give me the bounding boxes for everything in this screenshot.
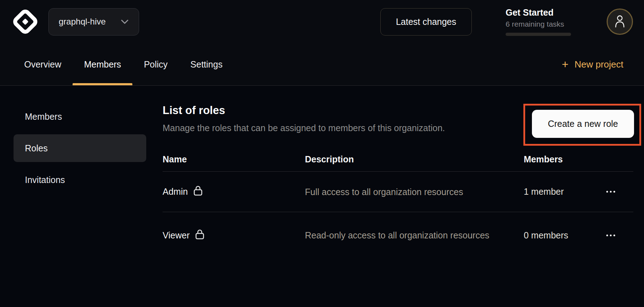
lock-icon (194, 185, 202, 198)
tab-overview[interactable]: Overview (13, 43, 73, 85)
tab-settings-label: Settings (190, 59, 222, 70)
plus-icon: + (562, 59, 569, 70)
table-row-viewer: Viewer Read-only access to all organizat… (163, 212, 633, 258)
content-area: Members Roles Invitations List of roles … (0, 86, 644, 307)
org-selector-label: graphql-hive (59, 17, 106, 27)
role-name: Admin (163, 187, 188, 197)
new-project-button[interactable]: + New project (562, 59, 623, 70)
column-header-members: Members (524, 154, 606, 165)
org-selector[interactable]: graphql-hive (48, 8, 139, 36)
user-avatar-button[interactable] (607, 9, 633, 35)
row-more-actions-button[interactable] (606, 184, 623, 200)
get-started-subtitle: 6 remaining tasks (506, 20, 571, 28)
tab-members[interactable]: Members (73, 43, 132, 85)
tab-overview-label: Overview (24, 59, 61, 70)
role-description: Read-only access to all organization res… (305, 228, 490, 242)
sidebar-item-members-label: Members (25, 112, 62, 122)
tab-settings[interactable]: Settings (179, 43, 234, 85)
annotation-highlight-box: Create a new role (523, 104, 641, 146)
tab-members-label: Members (84, 59, 121, 70)
column-header-name: Name (163, 154, 305, 165)
sidebar-item-roles[interactable]: Roles (14, 134, 146, 162)
table-header-row: Name Description Members (163, 147, 633, 172)
lock-icon (195, 229, 204, 242)
sidebar-item-members[interactable]: Members (14, 103, 146, 130)
get-started-progress-bar (506, 33, 571, 36)
role-members-count: 0 members (524, 230, 606, 241)
role-name: Viewer (163, 230, 190, 241)
role-description: Full access to all organization resource… (305, 185, 490, 199)
new-project-label: New project (575, 59, 623, 70)
column-header-description: Description (305, 154, 524, 165)
sidebar-item-roles-label: Roles (25, 143, 48, 154)
role-name-cell: Admin (163, 185, 305, 198)
role-members-count: 1 member (524, 187, 606, 197)
chevron-down-icon (121, 17, 129, 27)
role-name-cell: Viewer (163, 229, 305, 242)
create-new-role-button[interactable]: Create a new role (532, 110, 634, 138)
sidebar-item-invitations-label: Invitations (25, 175, 65, 185)
top-bar: graphql-hive Latest changes Get Started … (0, 0, 644, 43)
get-started-title: Get Started (506, 7, 571, 18)
tab-policy[interactable]: Policy (132, 43, 179, 85)
ellipsis-icon (606, 235, 608, 236)
ellipsis-icon (606, 191, 608, 193)
org-tabs: Overview Members Policy Settings + New p… (0, 43, 644, 85)
get-started-panel[interactable]: Get Started 6 remaining tasks (506, 7, 571, 36)
members-sidebar: Members Roles Invitations (0, 86, 146, 307)
user-icon (614, 14, 625, 29)
roles-table: Name Description Members Admin Full acc (163, 147, 633, 258)
sidebar-item-invitations[interactable]: Invitations (14, 166, 146, 194)
table-row-admin: Admin Full access to all organization re… (163, 172, 633, 212)
latest-changes-button[interactable]: Latest changes (380, 8, 472, 36)
roles-main-panel: List of roles Manage the roles that can … (146, 86, 644, 307)
hive-logo-icon[interactable] (13, 9, 38, 34)
row-more-actions-button[interactable] (606, 227, 623, 243)
latest-changes-label: Latest changes (396, 17, 456, 27)
app-header: graphql-hive Latest changes Get Started … (0, 0, 644, 86)
tab-policy-label: Policy (144, 59, 168, 70)
